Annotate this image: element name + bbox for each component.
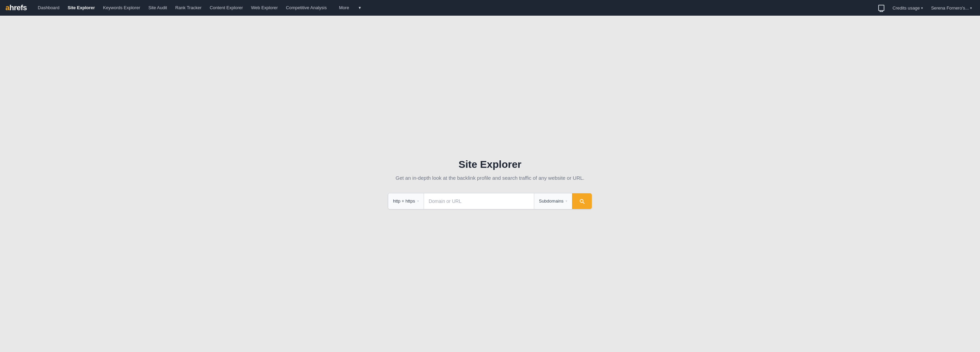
- credits-usage-label: Credits usage: [892, 5, 920, 11]
- nav-item-competitive-analysis[interactable]: Competitive Analysis: [282, 0, 331, 16]
- nav-links: Dashboard Site Explorer Keywords Explore…: [34, 0, 875, 16]
- nav-item-site-audit[interactable]: Site Audit: [144, 0, 171, 16]
- nav-item-content-explorer[interactable]: Content Explorer: [205, 0, 247, 16]
- protocol-selector[interactable]: http + https ▾: [388, 193, 424, 209]
- nav-link-site-explorer[interactable]: Site Explorer: [64, 0, 99, 16]
- navbar: ahrefs Dashboard Site Explorer Keywords …: [0, 0, 980, 16]
- nav-item-web-explorer[interactable]: Web Explorer: [247, 0, 282, 16]
- monitor-button[interactable]: [875, 0, 887, 16]
- search-button[interactable]: [572, 193, 592, 209]
- search-icon: [579, 198, 585, 204]
- logo-a: a: [5, 3, 10, 12]
- nav-more-label[interactable]: More ▾: [331, 0, 369, 16]
- nav-item-keywords-explorer[interactable]: Keywords Explorer: [99, 0, 144, 16]
- protocol-chevron-icon: ▾: [417, 199, 419, 203]
- nav-right: Credits usage ▾ Serena Fornero's... ▾: [875, 0, 975, 16]
- chevron-down-icon: ▾: [355, 0, 365, 16]
- nav-link-competitive-analysis[interactable]: Competitive Analysis: [282, 0, 331, 16]
- url-input[interactable]: [424, 193, 534, 209]
- monitor-icon: [878, 5, 885, 11]
- user-chevron-icon: ▾: [970, 6, 972, 10]
- search-bar: http + https ▾ Subdomains ▾: [388, 193, 592, 209]
- credits-usage-button[interactable]: Credits usage ▾: [890, 0, 926, 16]
- scope-chevron-icon: ▾: [566, 199, 567, 203]
- nav-link-dashboard[interactable]: Dashboard: [34, 0, 64, 16]
- main-content: Site Explorer Get an in-depth look at th…: [0, 16, 980, 352]
- nav-item-site-explorer[interactable]: Site Explorer: [64, 0, 99, 16]
- logo[interactable]: ahrefs: [5, 3, 27, 12]
- nav-link-keywords-explorer[interactable]: Keywords Explorer: [99, 0, 144, 16]
- logo-rest: hrefs: [10, 3, 27, 12]
- page-title: Site Explorer: [458, 159, 521, 170]
- nav-link-site-audit[interactable]: Site Audit: [144, 0, 171, 16]
- scope-label: Subdomains: [539, 199, 563, 204]
- nav-item-rank-tracker[interactable]: Rank Tracker: [171, 0, 205, 16]
- nav-item-dashboard[interactable]: Dashboard: [34, 0, 64, 16]
- credits-chevron-icon: ▾: [921, 6, 923, 10]
- protocol-label: http + https: [393, 199, 415, 204]
- user-menu-button[interactable]: Serena Fornero's... ▾: [928, 0, 975, 16]
- scope-selector[interactable]: Subdomains ▾: [534, 193, 572, 209]
- user-label: Serena Fornero's...: [931, 5, 969, 11]
- nav-link-web-explorer[interactable]: Web Explorer: [247, 0, 282, 16]
- nav-link-rank-tracker[interactable]: Rank Tracker: [171, 0, 205, 16]
- nav-item-more[interactable]: More ▾: [331, 0, 369, 16]
- nav-link-content-explorer[interactable]: Content Explorer: [205, 0, 247, 16]
- page-subtitle: Get an in-depth look at the backlink pro…: [395, 175, 584, 181]
